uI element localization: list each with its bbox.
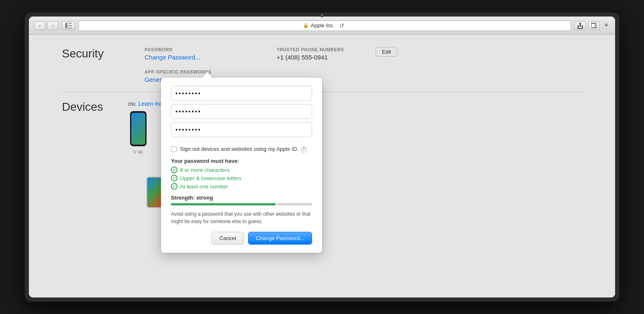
strength-label: Strength: strong <box>171 195 312 201</box>
svg-rect-1 <box>68 23 72 24</box>
nav-buttons: ‹ › <box>34 21 59 30</box>
change-password-button[interactable]: Change Password... <box>248 232 312 245</box>
requirements-title: Your password must have: <box>171 158 312 164</box>
modal-arrow <box>202 72 212 78</box>
sidebar-button[interactable] <box>62 21 75 30</box>
req-check-3 <box>171 183 178 190</box>
modal-buttons: Cancel Change Password... <box>171 232 312 245</box>
svg-rect-8 <box>591 24 595 28</box>
req-item-3: At least one number <box>171 183 312 190</box>
req-item-1: 8 or more characters <box>171 167 312 173</box>
modal-overlay: Sign out devices and websites using my A… <box>29 35 615 297</box>
newpage-button[interactable] <box>588 21 600 30</box>
requirements-section: Your password must have: 8 or more chara… <box>171 158 312 190</box>
address-text: Apple Inc. <box>311 22 335 29</box>
req-text-1: 8 or more characters <box>180 167 230 173</box>
cancel-button[interactable]: Cancel <box>211 232 244 245</box>
lock-icon: 🔒 <box>303 23 309 28</box>
current-password-field[interactable] <box>171 86 312 101</box>
strength-bar-fill <box>171 203 276 205</box>
req-text-3: At least one number <box>180 183 228 190</box>
help-icon[interactable]: ? <box>301 147 307 152</box>
strength-section: Strength: strong <box>171 195 312 205</box>
new-password-field[interactable] <box>171 104 312 119</box>
strength-bar-empty <box>277 203 313 205</box>
svg-rect-2 <box>68 25 72 26</box>
change-password-modal: Sign out devices and websites using my A… <box>161 78 322 253</box>
signout-checkbox-row: Sign out devices and websites using my A… <box>171 145 312 153</box>
add-tab-button[interactable]: + <box>602 21 610 30</box>
avoid-text: Avoid using a password that you use with… <box>171 210 312 225</box>
confirm-password-field[interactable] <box>171 122 312 137</box>
strength-bar <box>171 203 312 205</box>
svg-rect-0 <box>65 23 67 29</box>
signout-checkbox[interactable] <box>171 146 177 152</box>
browser-content: Security PASSWORD Change Password... TRU… <box>29 35 615 297</box>
req-check-2 <box>171 175 178 181</box>
share-button[interactable] <box>574 21 586 30</box>
forward-button[interactable]: › <box>47 21 59 30</box>
req-item-2: Upper & lowercase letters <box>171 175 312 181</box>
reload-button[interactable]: ↺ <box>337 21 347 30</box>
back-button[interactable]: ‹ <box>34 21 45 30</box>
checkbox-label: Sign out devices and websites using my A… <box>180 145 307 153</box>
address-bar[interactable]: 🔒 Apple Inc. ↺ <box>78 20 571 31</box>
req-check-1 <box>171 167 178 173</box>
req-text-2: Upper & lowercase letters <box>180 175 242 181</box>
toolbar-actions: + <box>574 21 610 30</box>
modal-container: Sign out devices and websites using my A… <box>161 72 322 253</box>
browser-toolbar: ‹ › 🔒 Apple Inc. ↺ <box>29 17 615 35</box>
checkbox-text: Sign out devices and websites using my A… <box>180 146 298 152</box>
svg-rect-3 <box>68 28 72 29</box>
svg-rect-6 <box>578 28 583 29</box>
